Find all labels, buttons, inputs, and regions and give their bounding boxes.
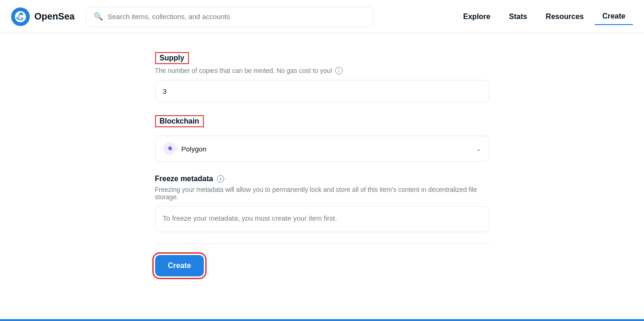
freeze-note: To freeze your metadata, you must create… bbox=[155, 206, 489, 232]
main-content: Supply The number of copies that can be … bbox=[0, 33, 644, 295]
blockchain-section: Blockchain Polygon ⌄ bbox=[155, 115, 489, 162]
search-bar[interactable]: 🔍 bbox=[86, 7, 374, 27]
logo-link[interactable]: OpenSea bbox=[11, 7, 75, 26]
freeze-info-icon[interactable]: i bbox=[217, 175, 224, 183]
blockchain-dropdown[interactable]: Polygon ⌄ bbox=[155, 136, 489, 162]
freeze-description: Freezing your metadata will allow you to… bbox=[155, 186, 489, 201]
form-container: Supply The number of copies that can be … bbox=[146, 52, 499, 276]
search-icon: 🔍 bbox=[94, 12, 103, 21]
supply-section: Supply The number of copies that can be … bbox=[155, 52, 489, 102]
bottom-bar bbox=[0, 319, 644, 321]
supply-description: The number of copies that can be minted.… bbox=[155, 67, 489, 74]
freeze-metadata-section: Freeze metadata i Freezing your metadata… bbox=[155, 175, 489, 232]
nav-resources[interactable]: Resources bbox=[538, 9, 591, 25]
create-button-wrapper: Create bbox=[155, 255, 489, 276]
blockchain-selected: Polygon bbox=[182, 145, 470, 153]
create-button[interactable]: Create bbox=[155, 255, 204, 276]
polygon-icon bbox=[163, 142, 176, 155]
chevron-down-icon: ⌄ bbox=[476, 145, 481, 152]
blockchain-label: Blockchain bbox=[155, 115, 204, 127]
navbar: OpenSea 🔍 Explore Stats Resources Create bbox=[0, 0, 644, 33]
nav-links: Explore Stats Resources Create bbox=[456, 8, 633, 25]
supply-info-icon[interactable]: i bbox=[335, 67, 343, 74]
nav-create[interactable]: Create bbox=[595, 8, 633, 25]
supply-label: Supply bbox=[155, 52, 189, 64]
search-input[interactable] bbox=[108, 13, 366, 20]
freeze-metadata-label: Freeze metadata i bbox=[155, 175, 489, 183]
divider bbox=[155, 243, 489, 244]
logo-icon bbox=[11, 7, 30, 26]
nav-stats[interactable]: Stats bbox=[501, 9, 534, 25]
supply-input[interactable] bbox=[155, 80, 489, 102]
logo-text: OpenSea bbox=[34, 11, 75, 22]
nav-explore[interactable]: Explore bbox=[456, 9, 498, 25]
